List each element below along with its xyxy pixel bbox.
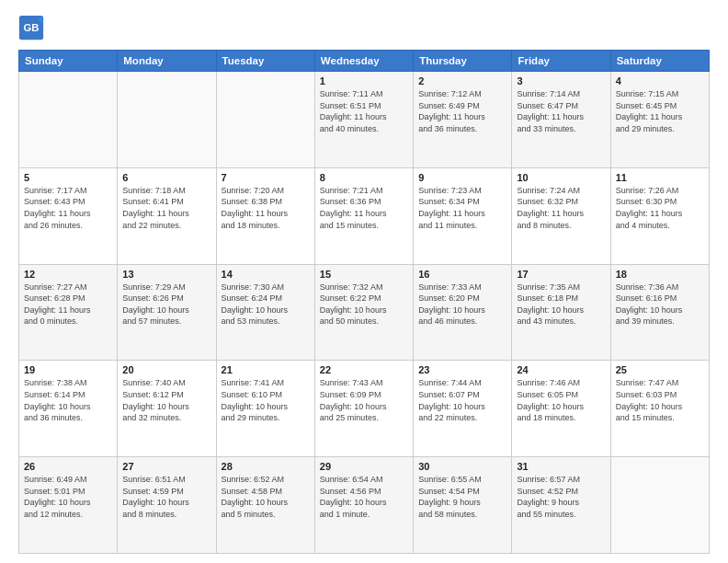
day-number: 13 (122, 269, 210, 280)
day-info: Sunrise: 7:36 AM Sunset: 6:16 PM Dayligh… (616, 282, 704, 327)
empty-cell (216, 72, 314, 168)
day-cell-28: 28Sunrise: 6:52 AM Sunset: 4:58 PM Dayli… (216, 457, 314, 554)
day-info: Sunrise: 6:49 AM Sunset: 5:01 PM Dayligh… (24, 474, 112, 520)
day-number: 15 (320, 269, 408, 280)
day-number: 21 (222, 364, 310, 375)
logo-icon: GB (18, 15, 44, 40)
day-cell-26: 26Sunrise: 6:49 AM Sunset: 5:01 PM Dayli… (19, 457, 118, 554)
day-header-saturday: Saturday (610, 51, 709, 72)
day-cell-15: 15Sunrise: 7:32 AM Sunset: 6:22 PM Dayli… (314, 264, 413, 361)
day-info: Sunrise: 6:54 AM Sunset: 4:56 PM Dayligh… (320, 474, 408, 520)
day-info: Sunrise: 7:44 AM Sunset: 6:07 PM Dayligh… (418, 377, 506, 423)
calendar-body: 1Sunrise: 7:11 AM Sunset: 6:51 PM Daylig… (19, 72, 710, 554)
day-cell-8: 8Sunrise: 7:21 AM Sunset: 6:36 PM Daylig… (314, 167, 413, 264)
day-number: 9 (418, 172, 506, 183)
day-cell-14: 14Sunrise: 7:30 AM Sunset: 6:24 PM Dayli… (216, 264, 314, 361)
day-cell-31: 31Sunrise: 6:57 AM Sunset: 4:52 PM Dayli… (512, 457, 610, 554)
day-number: 18 (616, 269, 704, 280)
day-number: 19 (24, 364, 112, 375)
day-header-row: SundayMondayTuesdayWednesdayThursdayFrid… (19, 51, 710, 72)
day-number: 27 (122, 461, 210, 472)
day-number: 20 (122, 364, 210, 375)
day-number: 28 (222, 461, 310, 472)
day-info: Sunrise: 7:40 AM Sunset: 6:12 PM Dayligh… (122, 377, 210, 423)
day-number: 17 (517, 269, 605, 280)
day-number: 31 (517, 461, 605, 472)
day-number: 26 (24, 461, 112, 472)
day-info: Sunrise: 6:51 AM Sunset: 4:59 PM Dayligh… (122, 474, 210, 520)
day-number: 16 (418, 269, 506, 280)
day-cell-29: 29Sunrise: 6:54 AM Sunset: 4:56 PM Dayli… (314, 457, 413, 554)
day-cell-19: 19Sunrise: 7:38 AM Sunset: 6:14 PM Dayli… (19, 361, 118, 457)
day-info: Sunrise: 7:21 AM Sunset: 6:36 PM Dayligh… (320, 185, 408, 231)
day-info: Sunrise: 7:18 AM Sunset: 6:41 PM Dayligh… (122, 185, 210, 231)
day-number: 6 (122, 172, 210, 183)
day-cell-3: 3Sunrise: 7:14 AM Sunset: 6:47 PM Daylig… (512, 72, 610, 168)
day-header-monday: Monday (118, 51, 216, 72)
day-info: Sunrise: 7:32 AM Sunset: 6:22 PM Dayligh… (320, 282, 408, 327)
day-cell-22: 22Sunrise: 7:43 AM Sunset: 6:09 PM Dayli… (314, 361, 413, 457)
logo: GB (18, 15, 46, 40)
day-header-friday: Friday (512, 51, 610, 72)
day-info: Sunrise: 7:43 AM Sunset: 6:09 PM Dayligh… (320, 377, 408, 423)
day-number: 3 (517, 75, 605, 86)
day-cell-18: 18Sunrise: 7:36 AM Sunset: 6:16 PM Dayli… (610, 264, 709, 361)
day-header-thursday: Thursday (414, 51, 512, 72)
day-number: 25 (616, 364, 704, 375)
calendar-table: SundayMondayTuesdayWednesdayThursdayFrid… (18, 50, 710, 554)
day-info: Sunrise: 7:17 AM Sunset: 6:43 PM Dayligh… (24, 185, 112, 231)
day-info: Sunrise: 6:52 AM Sunset: 4:58 PM Dayligh… (222, 474, 310, 520)
week-row-4: 19Sunrise: 7:38 AM Sunset: 6:14 PM Dayli… (19, 361, 710, 457)
day-number: 8 (320, 172, 408, 183)
day-info: Sunrise: 7:20 AM Sunset: 6:38 PM Dayligh… (222, 185, 310, 231)
day-info: Sunrise: 7:47 AM Sunset: 6:03 PM Dayligh… (616, 377, 704, 423)
day-number: 29 (320, 461, 408, 472)
day-info: Sunrise: 6:55 AM Sunset: 4:54 PM Dayligh… (418, 474, 506, 520)
day-cell-21: 21Sunrise: 7:41 AM Sunset: 6:10 PM Dayli… (216, 361, 314, 457)
week-row-2: 5Sunrise: 7:17 AM Sunset: 6:43 PM Daylig… (19, 167, 710, 264)
day-cell-17: 17Sunrise: 7:35 AM Sunset: 6:18 PM Dayli… (512, 264, 610, 361)
header: GB (18, 15, 710, 40)
day-info: Sunrise: 7:26 AM Sunset: 6:30 PM Dayligh… (616, 185, 704, 231)
day-number: 5 (24, 172, 112, 183)
day-cell-16: 16Sunrise: 7:33 AM Sunset: 6:20 PM Dayli… (414, 264, 512, 361)
day-info: Sunrise: 7:46 AM Sunset: 6:05 PM Dayligh… (517, 377, 605, 423)
day-info: Sunrise: 7:29 AM Sunset: 6:26 PM Dayligh… (122, 282, 210, 327)
day-cell-10: 10Sunrise: 7:24 AM Sunset: 6:32 PM Dayli… (512, 167, 610, 264)
day-info: Sunrise: 7:41 AM Sunset: 6:10 PM Dayligh… (222, 377, 310, 423)
day-cell-4: 4Sunrise: 7:15 AM Sunset: 6:45 PM Daylig… (610, 72, 709, 168)
day-cell-30: 30Sunrise: 6:55 AM Sunset: 4:54 PM Dayli… (414, 457, 512, 554)
day-number: 12 (24, 269, 112, 280)
day-number: 24 (517, 364, 605, 375)
day-info: Sunrise: 7:15 AM Sunset: 6:45 PM Dayligh… (616, 88, 704, 134)
empty-cell (610, 457, 709, 554)
day-header-tuesday: Tuesday (216, 51, 314, 72)
calendar-header: SundayMondayTuesdayWednesdayThursdayFrid… (19, 51, 710, 72)
day-header-wednesday: Wednesday (314, 51, 413, 72)
day-info: Sunrise: 7:23 AM Sunset: 6:34 PM Dayligh… (418, 185, 506, 231)
day-info: Sunrise: 6:57 AM Sunset: 4:52 PM Dayligh… (517, 474, 605, 520)
day-cell-2: 2Sunrise: 7:12 AM Sunset: 6:49 PM Daylig… (414, 72, 512, 168)
day-info: Sunrise: 7:11 AM Sunset: 6:51 PM Dayligh… (320, 88, 408, 134)
day-number: 14 (222, 269, 310, 280)
day-number: 1 (320, 75, 408, 86)
day-info: Sunrise: 7:24 AM Sunset: 6:32 PM Dayligh… (517, 185, 605, 231)
day-cell-13: 13Sunrise: 7:29 AM Sunset: 6:26 PM Dayli… (118, 264, 216, 361)
day-header-sunday: Sunday (19, 51, 118, 72)
week-row-5: 26Sunrise: 6:49 AM Sunset: 5:01 PM Dayli… (19, 457, 710, 554)
week-row-3: 12Sunrise: 7:27 AM Sunset: 6:28 PM Dayli… (19, 264, 710, 361)
day-info: Sunrise: 7:14 AM Sunset: 6:47 PM Dayligh… (517, 88, 605, 134)
day-number: 22 (320, 364, 408, 375)
day-number: 2 (418, 75, 506, 86)
day-cell-24: 24Sunrise: 7:46 AM Sunset: 6:05 PM Dayli… (512, 361, 610, 457)
calendar-page: GB SundayMondayTuesdayWednesdayThursdayF… (0, 0, 728, 563)
day-cell-20: 20Sunrise: 7:40 AM Sunset: 6:12 PM Dayli… (118, 361, 216, 457)
day-cell-5: 5Sunrise: 7:17 AM Sunset: 6:43 PM Daylig… (19, 167, 118, 264)
day-cell-25: 25Sunrise: 7:47 AM Sunset: 6:03 PM Dayli… (610, 361, 709, 457)
week-row-1: 1Sunrise: 7:11 AM Sunset: 6:51 PM Daylig… (19, 72, 710, 168)
empty-cell (19, 72, 118, 168)
day-info: Sunrise: 7:33 AM Sunset: 6:20 PM Dayligh… (418, 282, 506, 327)
day-cell-9: 9Sunrise: 7:23 AM Sunset: 6:34 PM Daylig… (414, 167, 512, 264)
day-number: 10 (517, 172, 605, 183)
day-cell-6: 6Sunrise: 7:18 AM Sunset: 6:41 PM Daylig… (118, 167, 216, 264)
